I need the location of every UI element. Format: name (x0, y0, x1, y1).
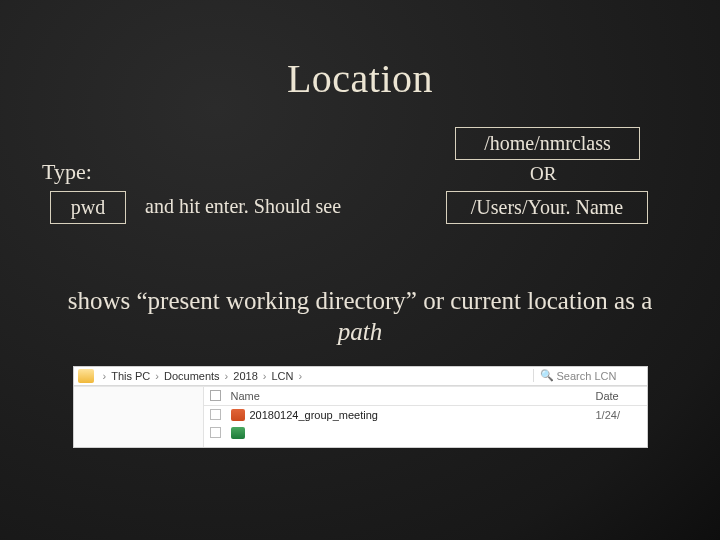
slide-title: Location (0, 55, 720, 102)
column-name: Name (231, 390, 596, 402)
excel-file-icon (231, 427, 245, 439)
file-row: 20180124_group_meeting 1/24/ (204, 406, 647, 424)
description: shows “present working directory” or cur… (0, 285, 720, 348)
chevron-right-icon: › (263, 370, 267, 382)
chevron-right-icon: › (225, 370, 229, 382)
chevron-right-icon: › (103, 370, 107, 382)
crumb-2: 2018 (233, 370, 257, 382)
slide: Location Type: pwd and hit enter. Should… (0, 0, 720, 540)
chevron-right-icon: › (155, 370, 159, 382)
file-name: 20180124_group_meeting (250, 409, 596, 421)
explorer-file-pane: Name Date 20180124_group_meeting 1/24/ (204, 387, 647, 447)
explorer-address-bar: › This PC › Documents › 2018 › LCN › 🔍 S… (74, 367, 647, 386)
chevron-right-icon: › (298, 370, 302, 382)
column-date: Date (596, 390, 641, 402)
folder-icon (78, 369, 94, 383)
instruction-text: and hit enter. Should see (145, 195, 341, 218)
explorer-header-row: Name Date (204, 387, 647, 406)
file-explorer-screenshot: › This PC › Documents › 2018 › LCN › 🔍 S… (73, 366, 648, 448)
upper-region: Type: pwd and hit enter. Should see /hom… (0, 127, 720, 247)
search-box: 🔍 Search LCN (533, 369, 643, 382)
file-date: 1/24/ (596, 409, 641, 421)
path-home-box: /home/nmrclass (455, 127, 640, 160)
file-row (204, 424, 647, 442)
explorer-nav-pane (74, 387, 204, 447)
checkbox-icon (210, 409, 221, 420)
search-placeholder: Search LCN (557, 370, 617, 382)
checkbox-icon (210, 390, 221, 401)
checkbox-icon (210, 427, 221, 438)
or-label: OR (530, 163, 556, 185)
breadcrumb: › This PC › Documents › 2018 › LCN › (100, 370, 306, 382)
crumb-1: Documents (164, 370, 220, 382)
powerpoint-file-icon (231, 409, 245, 421)
path-users-box: /Users/Your. Name (446, 191, 648, 224)
type-label: Type: (42, 159, 92, 185)
crumb-0: This PC (111, 370, 150, 382)
description-italic: path (338, 318, 382, 345)
crumb-3: LCN (271, 370, 293, 382)
description-text: shows “present working directory” or cur… (68, 287, 653, 314)
pwd-box: pwd (50, 191, 126, 224)
search-icon: 🔍 (540, 369, 554, 382)
